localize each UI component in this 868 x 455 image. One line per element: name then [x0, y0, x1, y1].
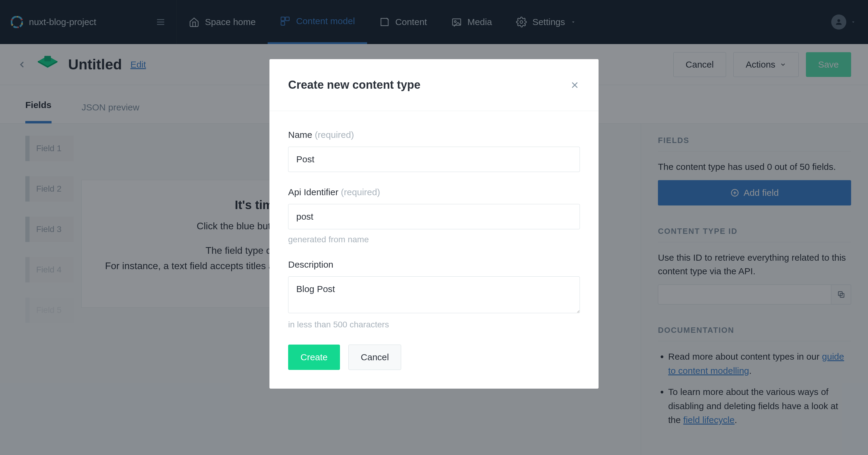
description-input[interactable] [288, 276, 580, 313]
description-label: Description [288, 259, 580, 270]
modal-overlay[interactable]: Create new content type Name (required) … [0, 0, 868, 455]
api-identifier-label: Api Identifier (required) [288, 187, 580, 197]
create-button[interactable]: Create [288, 345, 340, 370]
description-hint: in less than 500 characters [288, 320, 580, 330]
modal-cancel-button[interactable]: Cancel [348, 345, 401, 370]
close-icon[interactable] [569, 80, 580, 90]
api-identifier-hint: generated from name [288, 235, 580, 245]
name-label: Name (required) [288, 130, 580, 140]
api-identifier-input[interactable] [288, 204, 580, 229]
name-input[interactable] [288, 147, 580, 172]
create-content-type-modal: Create new content type Name (required) … [270, 59, 598, 389]
modal-title: Create new content type [288, 79, 421, 91]
